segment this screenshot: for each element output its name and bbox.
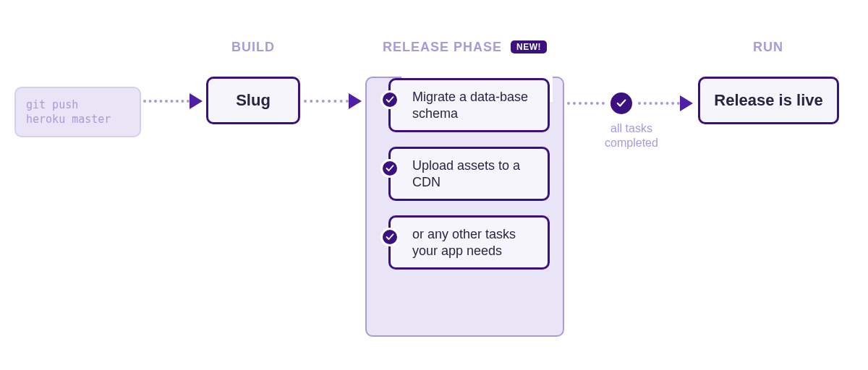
task-text: Upload assets to a CDN	[412, 158, 520, 189]
arrow-release	[304, 95, 363, 107]
task-item: or any other tasks your app needs	[388, 215, 550, 270]
check-icon	[610, 92, 632, 114]
git-push-box: git push heroku master	[14, 87, 141, 137]
header-run: RUN	[732, 40, 804, 55]
diagram-canvas: BUILD RELEASE PHASE NEW! RUN git push he…	[0, 0, 868, 370]
header-build: BUILD	[217, 40, 289, 55]
header-release-label: RELEASE PHASE	[383, 40, 502, 54]
slug-box: Slug	[206, 77, 300, 124]
release-live-box: Release is live	[698, 77, 839, 124]
git-line-2: heroku master	[26, 112, 111, 126]
arrow-run: all taskscompleted	[567, 92, 696, 104]
task-text: Migrate a data-base schema	[412, 90, 528, 121]
arrow-build	[143, 95, 204, 107]
slug-label: Slug	[236, 91, 271, 110]
arrowhead-icon	[680, 95, 693, 111]
arrowhead-icon	[349, 93, 362, 109]
check-icon	[380, 90, 399, 109]
arrowhead-icon	[190, 93, 203, 109]
new-badge: NEW!	[511, 40, 547, 53]
header-release: RELEASE PHASE NEW!	[365, 40, 564, 55]
release-phase-box: Auto-run tasks Migrate a data-base schem…	[365, 77, 564, 337]
completion-caption: all taskscompleted	[567, 121, 696, 150]
check-icon	[380, 159, 399, 178]
task-text: or any other tasks your app needs	[412, 227, 516, 258]
task-item: Migrate a data-base schema	[388, 78, 550, 132]
git-line-1: git push	[26, 98, 111, 112]
task-item: Upload assets to a CDN	[388, 147, 550, 201]
check-icon	[380, 228, 399, 246]
release-live-label: Release is live	[714, 91, 822, 110]
